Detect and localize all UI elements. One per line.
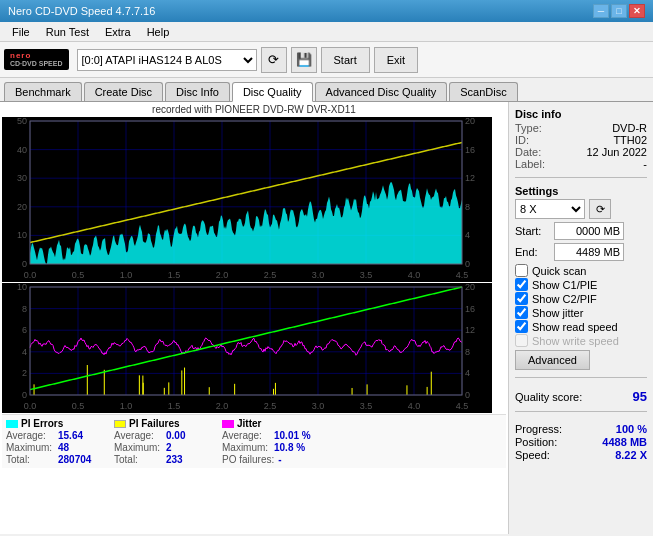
window-controls: ─ □ ✕	[593, 4, 645, 18]
disc-date-row: Date: 12 Jun 2022	[515, 146, 647, 158]
show-c1pie-checkbox[interactable]	[515, 278, 528, 291]
quick-scan-label: Quick scan	[532, 265, 586, 277]
speed-row: Speed: 8.22 X	[515, 449, 647, 461]
maximize-button[interactable]: □	[611, 4, 627, 18]
pi-errors-max-value: 48	[58, 442, 69, 453]
tab-advanced-disc-quality[interactable]: Advanced Disc Quality	[315, 82, 448, 101]
menu-file[interactable]: File	[4, 24, 38, 40]
start-button[interactable]: Start	[321, 47, 370, 73]
menu-bar: File Run Test Extra Help	[0, 22, 653, 42]
speed-label: Speed:	[515, 449, 550, 461]
disc-date-label: Date:	[515, 146, 541, 158]
quick-scan-checkbox[interactable]	[515, 264, 528, 277]
disc-type-label: Type:	[515, 122, 542, 134]
legend-pi-errors: PI Errors Average: 15.64 Maximum: 48 Tot…	[6, 418, 106, 465]
menu-help[interactable]: Help	[139, 24, 178, 40]
show-jitter-label: Show jitter	[532, 307, 583, 319]
save-button[interactable]: 💾	[291, 47, 317, 73]
progress-label: Progress:	[515, 423, 562, 435]
speed-row: 8 X ⟳	[515, 199, 647, 219]
chart-subtitle: recorded with PIONEER DVD-RW DVR-XD11	[2, 104, 506, 115]
drive-selector[interactable]: [0:0] ATAPI iHAS124 B AL0S	[77, 49, 257, 71]
jitter-avg-label: Average:	[222, 430, 270, 441]
settings-title: Settings	[515, 185, 647, 197]
tab-disc-info[interactable]: Disc Info	[165, 82, 230, 101]
start-input[interactable]	[554, 222, 624, 240]
disc-label-label: Label:	[515, 158, 545, 170]
jitter-max-label: Maximum:	[222, 442, 270, 453]
jitter-avg-value: 10.01 %	[274, 430, 311, 441]
tab-create-disc[interactable]: Create Disc	[84, 82, 163, 101]
show-read-speed-label: Show read speed	[532, 321, 618, 333]
position-value: 4488 MB	[602, 436, 647, 448]
disc-type-value: DVD-R	[612, 122, 647, 134]
chart-area: recorded with PIONEER DVD-RW DVR-XD11 PI…	[0, 102, 508, 534]
end-input[interactable]	[554, 243, 624, 261]
disc-type-row: Type: DVD-R	[515, 122, 647, 134]
toolbar: nero CD·DVD SPEED [0:0] ATAPI iHAS124 B …	[0, 42, 653, 78]
position-row: Position: 4488 MB	[515, 436, 647, 448]
pi-errors-total-value: 280704	[58, 454, 91, 465]
pi-errors-avg-label: Average:	[6, 430, 54, 441]
show-write-speed-row: Show write speed	[515, 334, 647, 347]
menu-extra[interactable]: Extra	[97, 24, 139, 40]
pi-errors-title: PI Errors	[21, 418, 63, 429]
jitter-po-label: PO failures:	[222, 454, 274, 465]
end-label: End:	[515, 246, 550, 258]
jitter-max-value: 10.8 %	[274, 442, 305, 453]
progress-row: Progress: 100 %	[515, 423, 647, 435]
show-jitter-checkbox[interactable]	[515, 306, 528, 319]
quality-score-row: Quality score: 95	[515, 389, 647, 404]
show-c1pie-label: Show C1/PIE	[532, 279, 597, 291]
divider-2	[515, 377, 647, 378]
tab-scan-disc[interactable]: ScanDisc	[449, 82, 517, 101]
tab-disc-quality[interactable]: Disc Quality	[232, 82, 313, 102]
pi-failures-avg-value: 0.00	[166, 430, 185, 441]
jitter-po-value: -	[278, 454, 281, 465]
pi-failures-total-label: Total:	[114, 454, 162, 465]
title-bar: Nero CD-DVD Speed 4.7.7.16 ─ □ ✕	[0, 0, 653, 22]
progress-section: Progress: 100 % Position: 4488 MB Speed:…	[515, 423, 647, 462]
pi-errors-avg-value: 15.64	[58, 430, 83, 441]
show-read-speed-checkbox[interactable]	[515, 320, 528, 333]
show-write-speed-label: Show write speed	[532, 335, 619, 347]
right-panel: Disc info Type: DVD-R ID: TTH02 Date: 12…	[508, 102, 653, 534]
show-c2pif-label: Show C2/PIF	[532, 293, 597, 305]
menu-run-test[interactable]: Run Test	[38, 24, 97, 40]
quick-scan-row: Quick scan	[515, 264, 647, 277]
minimize-button[interactable]: ─	[593, 4, 609, 18]
legend-jitter: Jitter Average: 10.01 % Maximum: 10.8 % …	[222, 418, 322, 465]
jitter-title: Jitter	[237, 418, 261, 429]
pi-failures-total-value: 233	[166, 454, 183, 465]
disc-id-value: TTH02	[613, 134, 647, 146]
divider-3	[515, 411, 647, 412]
show-c2pif-checkbox[interactable]	[515, 292, 528, 305]
pi-errors-color-box	[6, 420, 18, 428]
quality-score-value: 95	[633, 389, 647, 404]
tab-benchmark[interactable]: Benchmark	[4, 82, 82, 101]
show-read-speed-row: Show read speed	[515, 320, 647, 333]
disc-info-section: Disc info Type: DVD-R ID: TTH02 Date: 12…	[515, 108, 647, 170]
nero-logo: nero CD·DVD SPEED	[4, 49, 69, 71]
close-button[interactable]: ✕	[629, 4, 645, 18]
disc-id-row: ID: TTH02	[515, 134, 647, 146]
app-title: Nero CD-DVD Speed 4.7.7.16	[8, 5, 155, 17]
pi-failures-title: PI Failures	[129, 418, 180, 429]
refresh-button[interactable]: ⟳	[261, 47, 287, 73]
main-content: recorded with PIONEER DVD-RW DVR-XD11 PI…	[0, 102, 653, 534]
speed-value: 8.22 X	[615, 449, 647, 461]
speed-selector[interactable]: 8 X	[515, 199, 585, 219]
quality-score-label: Quality score:	[515, 391, 582, 403]
pi-failures-avg-label: Average:	[114, 430, 162, 441]
pi-failures-max-label: Maximum:	[114, 442, 162, 453]
show-write-speed-checkbox	[515, 334, 528, 347]
advanced-button[interactable]: Advanced	[515, 350, 590, 370]
position-label: Position:	[515, 436, 557, 448]
progress-value: 100 %	[616, 423, 647, 435]
settings-section: Settings 8 X ⟳ Start: End: Quick scan	[515, 185, 647, 370]
tab-bar: Benchmark Create Disc Disc Info Disc Qua…	[0, 78, 653, 102]
show-jitter-row: Show jitter	[515, 306, 647, 319]
exit-button[interactable]: Exit	[374, 47, 418, 73]
refresh-settings-button[interactable]: ⟳	[589, 199, 611, 219]
pi-failures-max-value: 2	[166, 442, 172, 453]
